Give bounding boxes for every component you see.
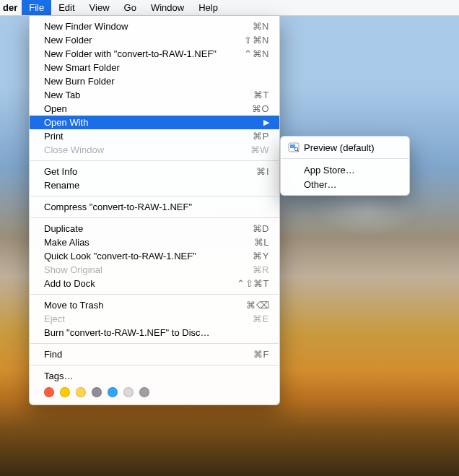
menu-file[interactable]: File [22,0,51,15]
menu-item-label: New Smart Folder [44,62,269,73]
submenu-item[interactable]: App Store… [281,163,409,177]
menu-separator [281,158,408,159]
menu-item-label: Open With [44,117,258,128]
menu-item-shortcut: ⌃⇧⌘T [237,278,269,289]
menu-item[interactable]: Open With▶ [30,116,279,129]
menu-item[interactable]: Tags… [30,369,279,383]
tag-color-dot[interactable] [60,387,70,397]
menu-item-label: Quick Look "convert-to-RAW-1.NEF" [44,251,253,261]
menu-item[interactable]: Move to Trash⌘⌫ [30,298,279,312]
menu-item-label: New Folder [44,35,244,46]
menu-item[interactable]: New Finder Window⌘N [30,20,279,33]
submenu-item-label: Other… [304,179,337,190]
menu-item-label: Close Window [44,144,250,155]
menu-item-shortcut: ⌃⌘N [244,48,269,59]
menu-item[interactable]: Quick Look "convert-to-RAW-1.NEF"⌘Y [30,249,279,263]
menu-separator [30,217,279,218]
menu-item-shortcut: ⌘F [253,349,269,360]
menu-item[interactable]: Open⌘O [30,102,279,116]
menu-item-shortcut: ⌘Y [253,251,269,261]
menu-separator [30,294,279,295]
desktop-background: der File Edit View Go Window Help New Fi… [0,0,459,476]
menu-item: Show Original⌘R [30,263,279,277]
menu-item-shortcut: ⌘L [254,237,269,248]
menu-item[interactable]: Duplicate⌘D [30,222,279,235]
menu-item-shortcut: ⌘W [250,144,269,155]
submenu-item-label: Preview (default) [304,142,375,153]
menu-window[interactable]: Window [144,0,191,15]
menu-item-shortcut: ⌘I [256,166,269,177]
menu-separator [30,365,279,365]
menu-item-shortcut: ⌘P [253,131,269,142]
menu-item[interactable]: New Folder with "convert-to-RAW-1.NEF"⌃⌘… [30,47,279,61]
menu-item-label: Find [44,349,253,360]
submenu-item-label: App Store… [304,165,355,176]
menu-view[interactable]: View [82,0,117,15]
menu-item[interactable]: New Smart Folder [30,61,279,74]
menu-item-shortcut: ⌘D [253,223,269,234]
menu-item: Eject⌘E [30,312,279,326]
menu-item-label: Move to Trash [44,300,246,311]
menu-item-shortcut: ⌘N [253,21,269,32]
tag-color-dot[interactable] [76,387,86,397]
menu-item-shortcut: ⌘T [253,90,269,100]
menu-item[interactable]: Compress "convert-to-RAW-1.NEF" [30,200,279,214]
menu-separator [30,343,279,344]
menu-item-label: Get Info [44,166,256,177]
menu-item[interactable]: New Tab⌘T [30,88,279,102]
menu-item-label: Tags… [44,371,269,381]
menu-item[interactable]: New Burn Folder [30,74,279,88]
menu-item-label: New Folder with "convert-to-RAW-1.NEF" [44,48,244,59]
preview-app-icon [288,142,300,153]
menu-item-shortcut: ⇧⌘N [244,35,269,46]
menu-item-label: Print [44,131,253,142]
menu-separator [30,160,279,161]
menu-item[interactable]: Burn "convert-to-RAW-1.NEF" to Disc… [30,326,279,339]
tags-color-row [30,383,279,397]
menu-item-shortcut: ⌘O [252,103,269,114]
menu-item[interactable]: Find⌘F [30,347,279,361]
menu-item[interactable]: Rename [30,178,279,192]
menu-edit[interactable]: Edit [51,0,82,15]
tag-color-dot[interactable] [139,387,149,397]
tag-color-dot[interactable] [92,387,102,397]
menu-item-label: Duplicate [44,223,253,234]
submenu-arrow-icon: ▶ [263,118,269,127]
menu-item-label: Show Original [44,264,253,275]
menu-item-shortcut: ⌘R [253,264,269,275]
menu-bar: der File Edit View Go Window Help [0,0,459,16]
menu-item[interactable]: Print⌘P [30,129,279,143]
menu-item-label: Rename [44,180,269,191]
menu-item-label: New Finder Window [44,21,253,32]
menu-go[interactable]: Go [117,0,144,15]
menu-item-label: New Tab [44,90,253,100]
open-with-submenu: Preview (default)App Store…Other… [280,136,410,196]
menu-item-label: Eject [44,313,253,324]
menu-item-label: New Burn Folder [44,76,269,87]
menu-item-shortcut: ⌘⌫ [246,300,269,311]
menu-item-label: Compress "convert-to-RAW-1.NEF" [44,202,269,212]
menu-item[interactable]: Get Info⌘I [30,165,279,178]
submenu-item[interactable]: Other… [281,177,409,191]
tag-color-dot[interactable] [123,387,134,397]
menu-item-label: Make Alias [44,237,254,248]
svg-rect-1 [290,144,295,148]
menu-separator [30,196,279,196]
menu-item-label: Open [44,103,252,114]
file-menu-dropdown: New Finder Window⌘NNew Folder⇧⌘NNew Fold… [29,16,280,405]
app-name-fragment: der [0,0,22,15]
menu-item-shortcut: ⌘E [253,313,269,324]
tag-color-dot[interactable] [108,387,118,397]
menu-item: Close Window⌘W [30,143,279,157]
menu-item-label: Add to Dock [44,278,237,289]
menu-item-label: Burn "convert-to-RAW-1.NEF" to Disc… [44,327,269,338]
menu-help[interactable]: Help [191,0,225,15]
menu-item[interactable]: Add to Dock⌃⇧⌘T [30,277,279,290]
menu-item[interactable]: New Folder⇧⌘N [30,33,279,47]
tag-color-dot[interactable] [44,387,54,397]
submenu-item[interactable]: Preview (default) [281,140,409,155]
menu-item[interactable]: Make Alias⌘L [30,235,279,249]
